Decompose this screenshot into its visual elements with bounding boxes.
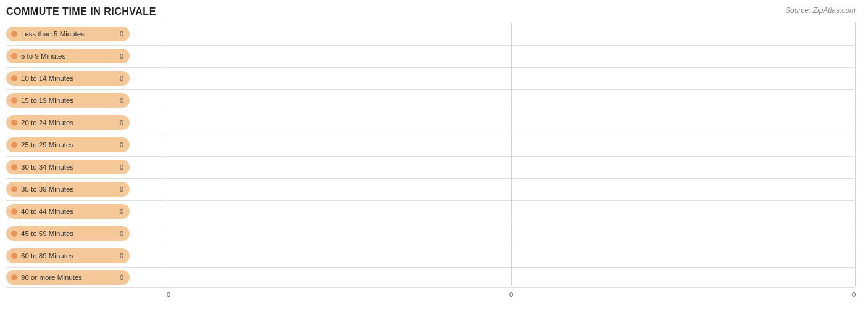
bar-pill: 35 to 39 Minutes 0: [6, 182, 130, 197]
bar-dot: [11, 164, 17, 170]
bar-dot: [11, 97, 17, 104]
table-row: 40 to 44 Minutes 0: [6, 200, 856, 221]
bar-dot: [11, 253, 17, 259]
table-row: 30 to 34 Minutes 0: [6, 156, 856, 177]
bar-label-group: 20 to 24 Minutes 0: [6, 115, 167, 130]
bar-pill: 20 to 24 Minutes 0: [6, 115, 130, 130]
bar-dot: [11, 31, 17, 37]
bar-label-group: Less than 5 Minutes 0: [6, 27, 167, 41]
bar-label-text: 15 to 19 Minutes: [21, 97, 116, 104]
table-row: 10 to 14 Minutes 0: [6, 67, 856, 88]
rows-wrapper: Less than 5 Minutes 0 5 to 9 Minutes 0 1…: [6, 22, 856, 288]
table-row: 25 to 29 Minutes 0: [6, 134, 856, 155]
bar-label-text: 60 to 89 Minutes: [21, 252, 116, 260]
bar-label-text: 40 to 44 Minutes: [21, 208, 116, 215]
bar-track: [167, 134, 856, 155]
table-row: 20 to 24 Minutes 0: [6, 112, 856, 133]
chart-container: COMMUTE TIME IN RICHVALE Source: ZipAtla…: [0, 0, 868, 323]
bar-label-text: 45 to 59 Minutes: [21, 230, 116, 237]
bar-dot: [11, 75, 17, 81]
bar-label-group: 45 to 59 Minutes 0: [6, 226, 167, 241]
table-row: 60 to 89 Minutes 0: [6, 245, 856, 266]
bar-value: 0: [120, 252, 123, 260]
bar-track: [167, 68, 856, 88]
x-axis-label: 0: [167, 291, 170, 298]
bar-label-group: 60 to 89 Minutes 0: [6, 248, 167, 263]
bar-dot: [11, 231, 17, 237]
table-row: 5 to 9 Minutes 0: [6, 45, 856, 66]
bar-track: [167, 245, 856, 266]
bar-track: [167, 112, 856, 133]
bar-label-text: 25 to 29 Minutes: [21, 141, 116, 149]
table-row: 90 or more Minutes 0: [6, 267, 856, 288]
bar-value: 0: [120, 208, 123, 215]
bar-label-text: 35 to 39 Minutes: [21, 186, 116, 193]
bar-track: [167, 46, 856, 66]
bar-label-text: 20 to 24 Minutes: [21, 119, 116, 126]
bar-value: 0: [120, 30, 123, 38]
bar-pill: 15 to 19 Minutes 0: [6, 93, 130, 108]
x-axis: 000: [167, 288, 856, 298]
bar-label-group: 5 to 9 Minutes 0: [6, 49, 167, 63]
bar-label-group: 30 to 34 Minutes 0: [6, 160, 167, 174]
chart-area: Less than 5 Minutes 0 5 to 9 Minutes 0 1…: [6, 22, 856, 298]
bar-value: 0: [120, 274, 123, 281]
x-axis-label: 0: [852, 291, 856, 298]
bar-track: [167, 23, 856, 44]
bar-dot: [11, 186, 17, 192]
bar-dot: [11, 274, 17, 280]
bar-value: 0: [120, 141, 123, 149]
bar-value: 0: [120, 97, 123, 104]
bar-label-text: 5 to 9 Minutes: [21, 52, 116, 60]
bar-label-group: 10 to 14 Minutes 0: [6, 71, 167, 86]
table-row: Less than 5 Minutes 0: [6, 23, 856, 44]
bar-label-text: Less than 5 Minutes: [21, 30, 116, 38]
bar-pill: 10 to 14 Minutes 0: [6, 71, 130, 86]
bar-track: [167, 179, 856, 199]
bar-value: 0: [120, 52, 123, 60]
bar-value: 0: [120, 119, 123, 126]
bar-pill: 90 or more Minutes 0: [6, 270, 130, 285]
bar-track: [167, 157, 856, 177]
bar-label-text: 90 or more Minutes: [21, 274, 116, 281]
bar-label-group: 15 to 19 Minutes 0: [6, 93, 167, 108]
bar-pill: 5 to 9 Minutes 0: [6, 49, 130, 63]
bar-pill: 25 to 29 Minutes 0: [6, 137, 130, 152]
table-row: 15 to 19 Minutes 0: [6, 89, 856, 110]
chart-header: COMMUTE TIME IN RICHVALE Source: ZipAtla…: [6, 6, 856, 17]
bar-track: [167, 268, 856, 287]
bar-pill: 30 to 34 Minutes 0: [6, 160, 130, 174]
bar-value: 0: [120, 230, 123, 237]
bar-value: 0: [120, 186, 123, 193]
x-axis-label: 0: [509, 291, 513, 298]
table-row: 35 to 39 Minutes 0: [6, 178, 856, 199]
bar-track: [167, 201, 856, 221]
bar-value: 0: [120, 75, 123, 82]
bar-label-group: 40 to 44 Minutes 0: [6, 204, 167, 219]
bar-pill: 40 to 44 Minutes 0: [6, 204, 130, 219]
bar-dot: [11, 142, 17, 148]
bar-dot: [11, 53, 17, 59]
chart-source: Source: ZipAtlas.com: [785, 6, 856, 15]
bar-label-text: 30 to 34 Minutes: [21, 163, 116, 171]
bar-pill: 60 to 89 Minutes 0: [6, 248, 130, 263]
bar-label-text: 10 to 14 Minutes: [21, 75, 116, 82]
bar-label-group: 90 or more Minutes 0: [6, 270, 167, 285]
bar-pill: 45 to 59 Minutes 0: [6, 226, 130, 241]
bar-value: 0: [120, 163, 123, 171]
bar-label-group: 25 to 29 Minutes 0: [6, 137, 167, 152]
table-row: 45 to 59 Minutes 0: [6, 223, 856, 243]
bar-track: [167, 90, 856, 110]
chart-title: COMMUTE TIME IN RICHVALE: [6, 6, 156, 17]
bar-dot: [11, 208, 17, 215]
bar-pill: Less than 5 Minutes 0: [6, 27, 130, 41]
bar-track: [167, 223, 856, 243]
bar-dot: [11, 120, 17, 126]
bar-label-group: 35 to 39 Minutes 0: [6, 182, 167, 197]
